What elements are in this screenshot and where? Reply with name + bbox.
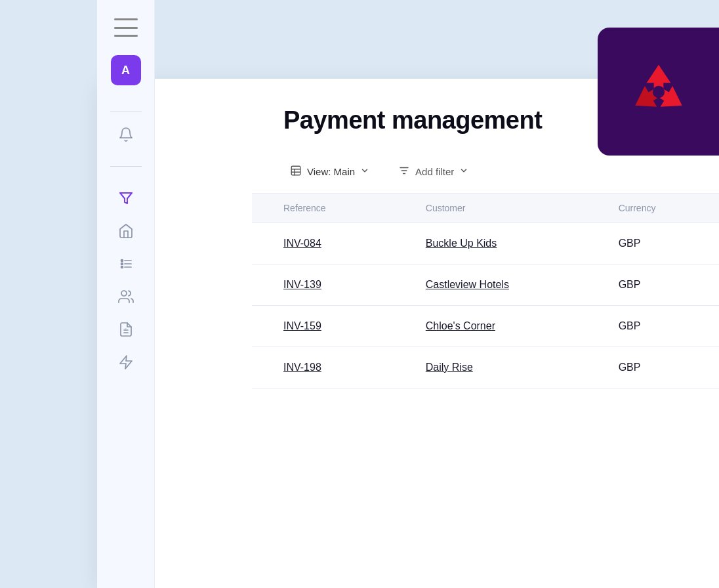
cell-reference[interactable]: INV-159 — [252, 306, 426, 347]
menu-icon[interactable] — [114, 18, 138, 37]
filter-chevron-icon — [459, 166, 468, 177]
filter-label: Add filter — [415, 166, 454, 177]
reference-link[interactable]: INV-084 — [283, 238, 321, 249]
customer-link[interactable]: Buckle Up Kids — [426, 238, 497, 249]
col-currency: Currency — [619, 194, 719, 223]
table-row: INV-139Castleview HotelsGBP — [252, 264, 719, 306]
view-chevron-icon — [360, 166, 369, 177]
cell-customer[interactable]: Buckle Up Kids — [426, 223, 619, 264]
view-selector[interactable]: View: Main — [283, 161, 376, 182]
customer-link[interactable]: Chloe's Corner — [426, 320, 495, 331]
cell-customer[interactable]: Daily Rise — [426, 347, 619, 388]
cell-currency: GBP — [619, 264, 719, 306]
cell-currency: GBP — [619, 223, 719, 264]
cell-currency: GBP — [619, 347, 719, 388]
cell-customer[interactable]: Chloe's Corner — [426, 306, 619, 347]
svg-point-6 — [121, 291, 127, 296]
table-header: Reference Customer Currency — [252, 194, 719, 223]
payment-table: Reference Customer Currency INV-084Buckl… — [252, 194, 719, 388]
col-customer: Customer — [426, 194, 619, 223]
svg-point-18 — [652, 85, 664, 97]
sidebar: A — [97, 0, 155, 588]
funnel-icon[interactable] — [117, 189, 135, 207]
sidebar-nav: £ — [110, 125, 142, 371]
customer-link[interactable]: Castleview Hotels — [426, 279, 509, 290]
home-icon[interactable] — [117, 222, 135, 240]
svg-text:£: £ — [125, 327, 127, 331]
view-label: View: Main — [307, 166, 355, 177]
toolbar: View: Main Add filter — [252, 150, 719, 194]
sidebar-divider-1 — [110, 112, 142, 112]
customer-link[interactable]: Daily Rise — [426, 362, 473, 373]
cell-currency: GBP — [619, 306, 719, 347]
cell-reference[interactable]: INV-198 — [252, 347, 426, 388]
tasks-icon[interactable] — [117, 255, 135, 273]
cell-customer[interactable]: Castleview Hotels — [426, 264, 619, 306]
sidebar-divider-2 — [110, 166, 142, 167]
filter-button[interactable]: Add filter — [392, 161, 475, 182]
svg-point-4 — [121, 266, 123, 268]
table-row: INV-198Daily RiseGBP — [252, 347, 719, 388]
cell-reference[interactable]: INV-084 — [252, 223, 426, 264]
col-reference: Reference — [252, 194, 426, 223]
svg-point-2 — [121, 263, 123, 265]
avatar[interactable]: A — [111, 55, 141, 85]
document-icon[interactable]: £ — [117, 320, 135, 339]
filter-icon — [398, 165, 410, 178]
reference-link[interactable]: INV-198 — [283, 362, 321, 373]
notifications-icon[interactable] — [117, 125, 135, 144]
svg-point-0 — [121, 260, 123, 262]
svg-marker-10 — [120, 356, 132, 369]
table-body: INV-084Buckle Up KidsGBPINV-139Castlevie… — [252, 223, 719, 388]
table-icon — [290, 165, 302, 178]
team-icon[interactable] — [117, 287, 135, 306]
brand-logo — [598, 28, 719, 156]
cell-reference[interactable]: INV-139 — [252, 264, 426, 306]
reference-link[interactable]: INV-159 — [283, 320, 321, 331]
table-row: INV-084Buckle Up KidsGBP — [252, 223, 719, 264]
table-row: INV-159Chloe's CornerGBP — [252, 306, 719, 347]
lightning-icon[interactable] — [117, 353, 135, 371]
reference-link[interactable]: INV-139 — [283, 279, 321, 290]
svg-rect-11 — [291, 166, 300, 175]
